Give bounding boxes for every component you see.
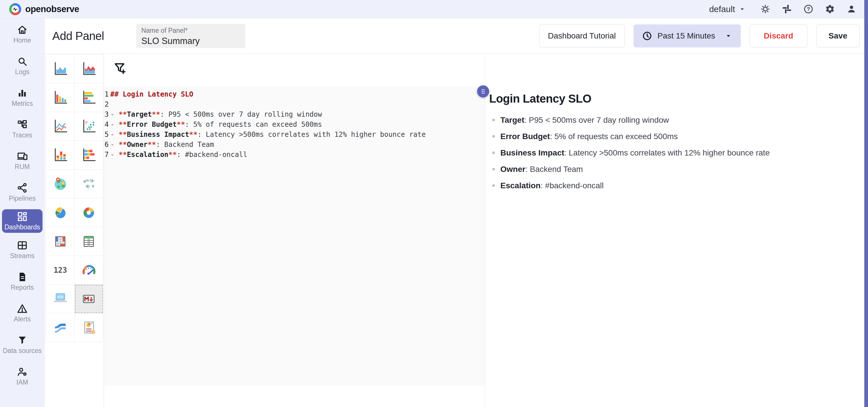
sidebar-item-data-sources[interactable]: Data sources — [0, 329, 44, 360]
chart-type-bar[interactable] — [46, 83, 75, 112]
editor-line[interactable]: 2 — [104, 99, 485, 110]
editor-line[interactable]: 3- **Target**: P95 < 500ms over 7 day ro… — [104, 110, 485, 120]
code-segment: ## Login Latency SLO — [110, 90, 193, 98]
sidebar-item-logs[interactable]: Logs — [0, 50, 44, 82]
chart-type-pie[interactable] — [46, 198, 75, 227]
time-range-button[interactable]: Past 15 Minutes — [633, 24, 741, 48]
sidebar-item-alerts[interactable]: Alerts — [0, 297, 44, 329]
editor-line[interactable]: 5- **Business Impact**: Latency >500ms c… — [104, 129, 485, 140]
markdown-editor[interactable]: 1## Login Latency SLO23- **Target**: P95… — [104, 87, 485, 386]
sidebar-item-iam[interactable]: IAM — [0, 360, 44, 392]
help-icon[interactable]: ? — [803, 4, 813, 14]
profile-icon[interactable] — [846, 4, 857, 14]
brand-name: openobserve — [25, 4, 79, 14]
chart-type-sankey[interactable] — [46, 313, 75, 342]
chart-type-donut[interactable] — [75, 198, 103, 227]
sidebar-item-label: Logs — [15, 68, 30, 76]
code-segment: ** — [119, 110, 127, 118]
chart-type-metric-text[interactable]: 123 — [46, 256, 75, 285]
clock-icon — [642, 31, 652, 41]
sidebar-item-reports[interactable]: Reports — [0, 266, 44, 297]
area-chart-icon — [52, 61, 68, 77]
code-segment: - — [110, 130, 119, 139]
metric-text-chart-icon: 123 — [52, 262, 68, 278]
chart-type-line[interactable] — [46, 112, 75, 141]
chart-type-maps[interactable] — [75, 170, 103, 198]
org-selector[interactable]: default — [709, 4, 746, 14]
sidebar-nav: HomeLogsMetricsTracesRUMPipelinesDashboa… — [0, 19, 44, 407]
light-mode-icon[interactable] — [760, 4, 770, 14]
chart-type-table[interactable] — [75, 227, 103, 256]
bar-horizontal-chart-icon — [81, 90, 97, 106]
chart-type-geomap[interactable] — [46, 170, 75, 198]
sidebar-item-label: Pipelines — [9, 195, 36, 202]
slack-icon[interactable] — [782, 4, 792, 14]
custom-chart-chart-icon — [81, 320, 97, 336]
dashboard-tutorial-button[interactable]: Dashboard Tutorial — [539, 24, 625, 48]
line-number: 2 — [104, 99, 110, 110]
chart-type-markdown[interactable] — [75, 285, 103, 313]
panel-name-label: Name of Panel* — [141, 27, 240, 34]
devices-icon — [17, 151, 28, 162]
editor-line[interactable]: 7- **Escalation**: #backend-oncall — [104, 150, 485, 160]
scatter-chart-icon — [81, 118, 97, 135]
org-selector-value: default — [709, 4, 735, 14]
sidebar-item-label: Reports — [11, 284, 34, 291]
sidebar-item-metrics[interactable]: Metrics — [0, 82, 44, 113]
sidebar-item-label: Home — [13, 36, 31, 44]
preview-heading: Login Latency SLO — [485, 54, 864, 106]
panel-name-field[interactable]: Name of Panel* SLO Summary — [136, 24, 245, 48]
share-icon — [17, 182, 28, 193]
chart-type-heatmap[interactable] — [46, 227, 75, 256]
sidebar-item-pipelines[interactable]: Pipelines — [0, 176, 44, 208]
code-segment: ** — [189, 130, 197, 139]
sidebar-item-traces[interactable]: Traces — [0, 113, 44, 145]
splitter-drag-handle-icon[interactable] — [477, 85, 489, 97]
chart-type-area[interactable] — [46, 55, 75, 83]
chart-type-custom-chart[interactable] — [75, 313, 103, 342]
panel-name-input[interactable]: SLO Summary — [141, 36, 240, 46]
discard-button[interactable]: Discard — [750, 24, 807, 48]
save-button[interactable]: Save — [816, 24, 860, 48]
chevron-down-icon — [739, 5, 746, 13]
search-icon — [17, 56, 28, 67]
chart-type-bar-stacked[interactable] — [46, 141, 75, 170]
editor-line[interactable]: 1## Login Latency SLO — [104, 89, 485, 99]
editor-line[interactable]: 4- **Error Budget**: 5% of requests can … — [104, 120, 485, 129]
editor-line[interactable]: 6- **Owner**: Backend Team — [104, 140, 485, 150]
panel-toolbar: Add Panel Name of Panel* SLO Summary Das… — [44, 19, 864, 54]
warning-icon — [17, 303, 28, 314]
sidebar-item-label: RUM — [14, 163, 30, 171]
code-segment: Owner — [127, 141, 148, 149]
area-stacked-chart-icon — [81, 61, 97, 77]
sidebar-item-label: Traces — [12, 132, 32, 139]
heatmap-chart-icon — [52, 233, 68, 250]
html-chart-icon: </> — [52, 291, 68, 307]
sidebar-item-label: Alerts — [14, 315, 31, 323]
preview-bullet: Escalation: #backend-oncall — [485, 181, 864, 190]
preview-bullet-list: Target: P95 < 500ms over 7 day rolling w… — [485, 116, 864, 190]
line-number: 1 — [104, 89, 110, 99]
bar-chart-icon — [17, 88, 28, 98]
chart-type-scatter[interactable] — [75, 112, 103, 141]
chart-type-html[interactable]: </> — [46, 285, 75, 313]
page-scrollbar[interactable] — [864, 0, 868, 407]
code-segment: : 5% of requests can exceed 500ms — [185, 120, 322, 128]
bar-stacked-chart-icon — [52, 147, 68, 163]
sidebar-item-rum[interactable]: RUM — [0, 145, 44, 176]
document-icon — [17, 272, 28, 282]
markdown-preview: Login Latency SLO Target: P95 < 500ms ov… — [485, 54, 864, 407]
line-number: 7 — [104, 150, 110, 160]
chart-type-bar-horizontal[interactable] — [75, 83, 103, 112]
chart-type-bar-h-stacked[interactable] — [75, 141, 103, 170]
brand[interactable]: openobserve — [9, 3, 79, 16]
add-filter-icon[interactable] — [113, 61, 127, 75]
grid-icon — [17, 240, 28, 251]
chart-type-area-stacked[interactable] — [75, 55, 103, 83]
chart-type-gauge[interactable] — [75, 256, 103, 285]
sidebar-item-streams[interactable]: Streams — [0, 234, 44, 266]
settings-gear-icon[interactable] — [825, 4, 835, 14]
sidebar-item-home[interactable]: Home — [0, 19, 44, 50]
donut-chart-icon — [81, 205, 97, 221]
sidebar-item-dashboards[interactable]: Dashboards — [2, 209, 42, 233]
